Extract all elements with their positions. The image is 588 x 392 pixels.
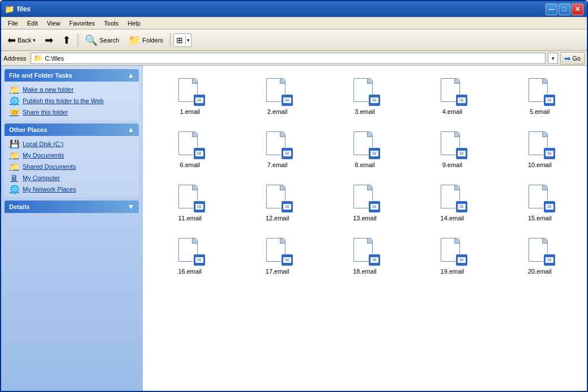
file-folder-tasks-section: File and Folder Tasks ▲ 📁 Make a new fol…	[5, 69, 139, 120]
file-label: 2.email	[267, 108, 287, 115]
file-item[interactable]: 15.email	[497, 177, 582, 228]
views-dropdown-button[interactable]: ▾	[185, 36, 191, 45]
file-label: 19.email	[441, 268, 465, 275]
file-item[interactable]: 2.email	[235, 70, 319, 121]
address-label: Address	[3, 55, 28, 62]
email-badge-inner	[195, 257, 203, 263]
email-badge-inner	[546, 204, 553, 210]
file-item[interactable]: 3.email	[322, 70, 407, 121]
email-file-icon	[266, 78, 289, 104]
forward-button[interactable]: ➡	[41, 32, 57, 49]
file-icon-wrapper	[437, 130, 467, 159]
toolbar: ⬅ Back ▾ ➡ ⬆ 🔍 Search 📁 Folders ⊞ ▾	[1, 29, 587, 51]
file-item[interactable]: 20.email	[497, 230, 582, 281]
file-item[interactable]: 19.email	[410, 230, 495, 281]
file-icon-wrapper	[525, 183, 555, 212]
folders-button[interactable]: 📁 Folders	[124, 32, 167, 49]
file-icon-wrapper	[350, 130, 380, 159]
email-file-icon	[529, 238, 551, 264]
my-documents-icon: 📁	[9, 151, 19, 160]
file-icon-wrapper	[437, 183, 467, 212]
search-button[interactable]: 🔍 Search	[81, 32, 123, 49]
up-button[interactable]: ⬆	[58, 32, 75, 49]
details-header[interactable]: Details ▼	[5, 201, 139, 213]
file-item[interactable]: 16.email	[147, 230, 232, 281]
shared-documents-link[interactable]: 📁 Shared Documents	[9, 162, 134, 171]
file-folder-tasks-header[interactable]: File and Folder Tasks ▲	[5, 69, 139, 82]
address-field[interactable]: 📁 C:\files	[31, 53, 546, 64]
email-file-icon	[178, 78, 201, 104]
my-network-places-label: My Network Places	[23, 186, 76, 193]
local-disk-link[interactable]: 💾 Local Disk (C:)	[9, 139, 134, 148]
file-item[interactable]: 4.email	[410, 70, 495, 121]
file-icon-wrapper	[525, 130, 555, 159]
my-documents-link[interactable]: 📁 My Documents	[9, 151, 134, 160]
file-item[interactable]: 8.email	[322, 123, 407, 174]
left-panel: File and Folder Tasks ▲ 📁 Make a new fol…	[1, 66, 143, 391]
my-computer-link[interactable]: 🖥 My Computer	[9, 173, 134, 182]
file-item[interactable]: 7.email	[235, 123, 319, 174]
email-file-icon	[353, 131, 376, 157]
email-file-icon	[353, 78, 376, 104]
close-button[interactable]: ✕	[572, 3, 583, 15]
file-item[interactable]: 9.email	[410, 123, 495, 174]
menu-item-edit[interactable]: Edit	[23, 19, 42, 28]
make-new-folder-link[interactable]: 📁 Make a new folder	[9, 85, 134, 94]
minimize-button[interactable]: —	[546, 3, 557, 15]
file-label: 9.email	[442, 161, 462, 168]
address-value: C:\files	[45, 55, 64, 62]
file-item[interactable]: 12.email	[235, 177, 319, 228]
back-button[interactable]: ⬅ Back ▾	[3, 32, 40, 49]
menu-item-file[interactable]: File	[3, 19, 23, 28]
email-badge	[193, 201, 206, 213]
email-badge-inner	[283, 97, 291, 103]
email-file-icon	[529, 131, 551, 157]
menu-item-tools[interactable]: Tools	[100, 19, 123, 28]
file-icon-wrapper	[175, 236, 204, 266]
email-file-icon	[266, 238, 289, 264]
email-file-icon	[178, 131, 201, 157]
file-item[interactable]: 5.email	[497, 70, 582, 121]
email-file-icon	[441, 78, 463, 104]
email-badge	[543, 94, 556, 106]
file-label: 20.email	[528, 268, 552, 275]
file-item[interactable]: 14.email	[410, 177, 495, 228]
menu-item-help[interactable]: Help	[123, 19, 145, 28]
my-network-places-link[interactable]: 🌐 My Network Places	[9, 185, 134, 194]
views-button[interactable]: ⊞	[174, 34, 185, 46]
share-folder-link[interactable]: 🤝 Share this folder	[9, 108, 134, 117]
email-badge-inner	[458, 204, 466, 210]
maximize-button[interactable]: □	[559, 3, 570, 15]
other-places-section: Other Places ▲ 💾 Local Disk (C:) 📁 My Do…	[5, 123, 139, 197]
file-item[interactable]: 6.email	[147, 123, 232, 174]
share-folder-icon: 🤝	[9, 108, 19, 117]
publish-folder-link[interactable]: 🌐 Publish this folder to the Web	[9, 96, 134, 105]
file-item[interactable]: 11.email	[147, 177, 232, 228]
my-documents-label: My Documents	[23, 152, 64, 159]
email-file-icon	[266, 185, 289, 211]
menu-item-view[interactable]: View	[42, 19, 65, 28]
file-item[interactable]: 17.email	[235, 230, 319, 281]
local-disk-label: Local Disk (C:)	[23, 140, 63, 147]
file-item[interactable]: 1.email	[147, 70, 232, 121]
email-file-icon	[529, 78, 551, 104]
title-bar-left: 📁 files	[5, 5, 31, 14]
file-label: 7.email	[267, 161, 287, 168]
address-dropdown-button[interactable]: ▾	[548, 53, 558, 64]
go-button[interactable]: ➡ Go	[560, 52, 585, 65]
file-item[interactable]: 10.email	[497, 123, 582, 174]
other-places-header[interactable]: Other Places ▲	[5, 123, 139, 136]
email-badge	[193, 94, 206, 106]
file-label: 6.email	[180, 161, 199, 168]
file-item[interactable]: 18.email	[322, 230, 407, 281]
file-icon-wrapper	[175, 76, 204, 106]
publish-folder-label: Publish this folder to the Web	[23, 97, 104, 104]
email-badge	[193, 254, 206, 266]
search-label: Search	[99, 37, 119, 44]
email-badge	[281, 94, 293, 106]
up-icon: ⬆	[62, 34, 71, 46]
file-item[interactable]: 13.email	[322, 177, 407, 228]
file-icon-wrapper	[350, 236, 380, 266]
menu-item-favorites[interactable]: Favorites	[65, 19, 99, 28]
file-icon-wrapper	[437, 236, 467, 266]
